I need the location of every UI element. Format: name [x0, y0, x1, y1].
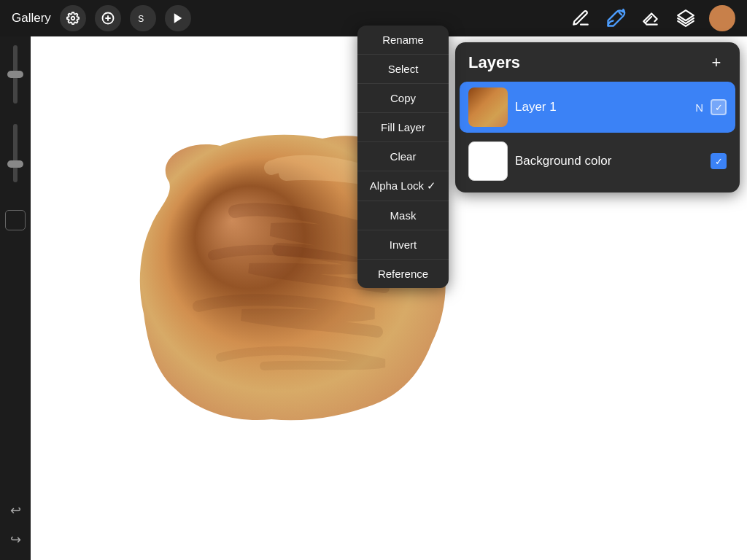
context-menu-item-fill-layer[interactable]: Fill Layer [357, 113, 449, 142]
slider-thumb[interactable] [7, 71, 23, 78]
pen-tool-button[interactable] [569, 7, 592, 30]
add-layer-button[interactable]: + [706, 52, 727, 73]
layer-row-background[interactable]: Background color✓ [460, 136, 735, 187]
brush-icon [605, 8, 626, 28]
layer-checkbox-background[interactable]: ✓ [711, 153, 727, 169]
layer-row-layer1[interactable]: Layer 1N✓ [460, 82, 735, 133]
context-menu-item-alpha-lock[interactable]: Alpha Lock ✓ [357, 171, 449, 201]
brush-tool-button[interactable] [604, 7, 627, 30]
layer-name-background: Background color [515, 154, 703, 168]
context-menu-item-mask[interactable]: Mask [357, 201, 449, 230]
svg-point-0 [71, 17, 75, 20]
svg-marker-5 [174, 13, 182, 23]
layer-checkbox-layer1[interactable]: ✓ [711, 99, 727, 115]
svg-text:S: S [138, 14, 144, 24]
context-menu: RenameSelectCopyFill LayerClearAlpha Loc… [357, 26, 449, 288]
context-menu-item-select[interactable]: Select [357, 55, 449, 84]
layers-panel: Layers + Layer 1N✓Background color✓ [455, 42, 740, 192]
adjust-icon [101, 12, 115, 25]
svg-line-6 [619, 12, 622, 15]
opacity-thumb[interactable] [7, 160, 23, 168]
layers-title: Layers [468, 53, 520, 72]
context-menu-item-clear[interactable]: Clear [357, 142, 449, 171]
selection-icon: S [136, 12, 150, 25]
brush-size-slider[interactable] [13, 45, 18, 104]
pen-icon [571, 9, 590, 28]
redo-button[interactable]: ↪ [4, 528, 27, 551]
layer-mode-layer1[interactable]: N [695, 101, 703, 114]
undo-button[interactable]: ↩ [4, 499, 27, 522]
opacity-track [13, 124, 18, 182]
adjust-button[interactable] [95, 5, 121, 31]
avatar[interactable] [709, 5, 735, 31]
color-swatch-button[interactable] [5, 210, 26, 230]
layer-thumbnail-background [468, 141, 508, 181]
top-bar-left: Gallery S [12, 5, 191, 31]
top-bar-right [569, 5, 735, 31]
layers-list: Layer 1N✓Background color✓ [455, 82, 740, 187]
layers-tool-button[interactable] [674, 7, 697, 30]
eraser-tool-button[interactable] [639, 7, 662, 30]
layer-name-layer1: Layer 1 [515, 100, 688, 114]
left-sidebar: ↩ ↪ [0, 36, 31, 560]
settings-button[interactable] [60, 5, 86, 31]
transform-icon [171, 12, 185, 25]
eraser-icon [641, 9, 660, 28]
context-menu-item-rename[interactable]: Rename [357, 26, 449, 55]
selection-button[interactable]: S [130, 5, 156, 31]
context-menu-item-reference[interactable]: Reference [357, 260, 449, 288]
gallery-button[interactable]: Gallery [12, 11, 51, 26]
slider-track [13, 45, 18, 104]
context-menu-item-copy[interactable]: Copy [357, 84, 449, 113]
settings-icon [66, 12, 80, 25]
context-menu-item-invert[interactable]: Invert [357, 230, 449, 260]
opacity-slider[interactable] [13, 124, 18, 182]
layer-thumbnail-layer1 [468, 88, 508, 127]
layers-icon [676, 9, 695, 28]
layers-header: Layers + [455, 42, 740, 82]
transform-button[interactable] [165, 5, 191, 31]
